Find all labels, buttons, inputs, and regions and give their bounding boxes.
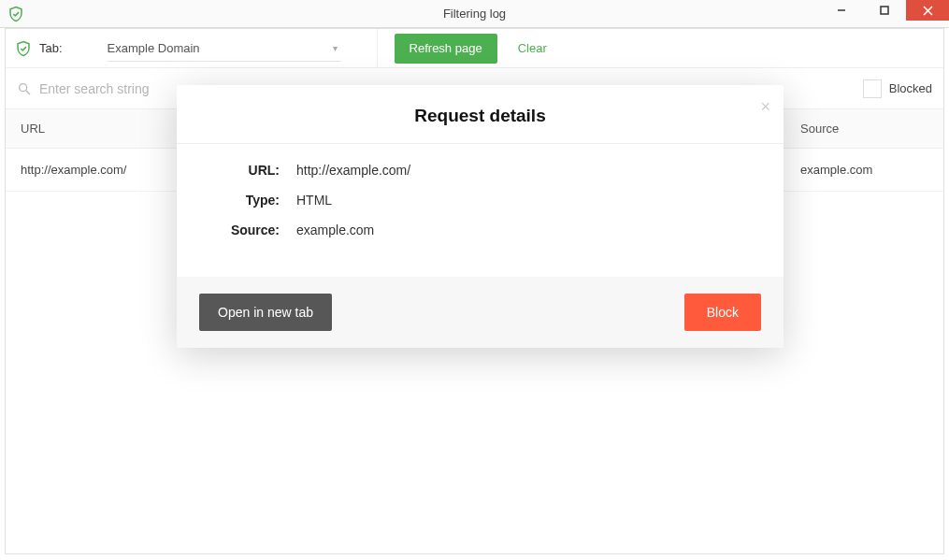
detail-row-type: Type: HTML — [205, 193, 755, 208]
top-controls-row: Tab: Example Domain ▾ Refresh page Clear — [6, 29, 943, 68]
window-titlebar: Filtering log — [0, 0, 949, 28]
modal-header: Request details × — [177, 85, 784, 144]
block-button[interactable]: Block — [684, 294, 761, 331]
shield-icon — [15, 40, 32, 57]
search-icon — [17, 81, 32, 96]
tab-select[interactable]: Example Domain ▾ — [108, 36, 341, 62]
modal-title: Request details — [199, 106, 761, 126]
detail-value-source: example.com — [296, 223, 374, 237]
open-in-new-tab-button[interactable]: Open in new tab — [199, 294, 332, 331]
app-container: Tab: Example Domain ▾ Refresh page Clear… — [5, 28, 944, 554]
detail-row-url: URL: http://example.com/ — [205, 163, 755, 178]
close-button[interactable] — [906, 0, 949, 21]
modal-body: URL: http://example.com/ Type: HTML Sour… — [177, 144, 784, 277]
detail-label-source: Source: — [205, 223, 280, 237]
chevron-down-icon: ▾ — [333, 43, 338, 53]
tab-selected-value: Example Domain — [108, 41, 200, 55]
window-title: Filtering log — [0, 7, 949, 21]
clear-button[interactable]: Clear — [505, 41, 560, 55]
blocked-checkbox[interactable]: Blocked — [863, 79, 932, 98]
app-shield-icon — [7, 6, 24, 22]
request-details-modal: Request details × URL: http://example.co… — [177, 85, 784, 348]
window-controls — [820, 0, 949, 21]
detail-label-type: Type: — [205, 193, 280, 208]
checkbox-box — [863, 79, 882, 98]
blocked-label: Blocked — [889, 81, 932, 95]
maximize-button[interactable] — [863, 0, 906, 21]
svg-line-5 — [26, 91, 30, 94]
detail-label-url: URL: — [205, 163, 280, 178]
column-header-source: Source — [791, 122, 943, 136]
vertical-divider — [377, 29, 378, 68]
minimize-button[interactable] — [820, 0, 863, 21]
refresh-page-button[interactable]: Refresh page — [395, 34, 497, 64]
modal-close-button[interactable]: × — [760, 98, 770, 115]
modal-footer: Open in new tab Block — [177, 277, 784, 348]
detail-row-source: Source: example.com — [205, 223, 755, 237]
detail-value-type: HTML — [296, 193, 332, 208]
detail-value-url: http://example.com/ — [296, 163, 410, 178]
svg-rect-1 — [881, 7, 888, 14]
svg-point-4 — [20, 83, 27, 91]
tab-label: Tab: — [39, 41, 63, 55]
cell-source: example.com — [791, 163, 943, 177]
